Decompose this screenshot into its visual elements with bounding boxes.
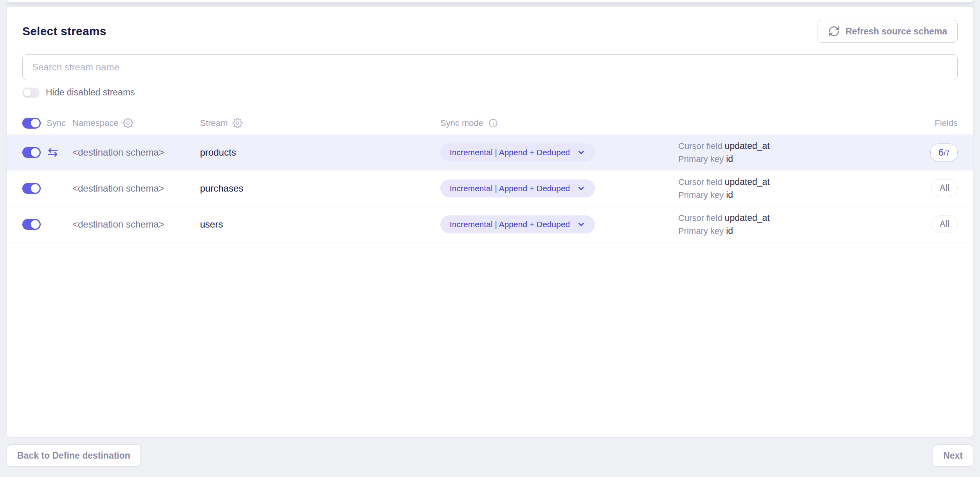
refresh-source-schema-button[interactable]: Refresh source schema	[818, 20, 958, 43]
table-header-row: Sync Namespace Stream	[7, 112, 973, 134]
header-namespace: Namespace	[72, 118, 200, 128]
sync-mode-dropdown[interactable]: Incremental | Append + Deduped	[440, 215, 595, 233]
header-sync-mode: Sync mode	[440, 118, 678, 128]
chevron-down-icon	[577, 220, 585, 229]
table-row[interactable]: <destination schema> users Incremental |…	[7, 206, 973, 242]
row-stream-name: purchases	[200, 183, 440, 194]
cursor-pk-cell: Cursor field updated_at Primary key id	[678, 212, 899, 237]
row-stream-name: users	[200, 219, 440, 230]
fields-all-badge[interactable]: All	[931, 215, 958, 233]
sync-mode-dropdown[interactable]: Incremental | Append + Deduped	[440, 179, 595, 197]
row-stream-name: products	[200, 147, 440, 158]
header-fields: Fields	[899, 118, 958, 128]
page-title: Select streams	[22, 25, 106, 38]
chevron-down-icon	[577, 184, 585, 193]
sync-mode-value: Incremental | Append + Deduped	[450, 184, 570, 193]
refresh-icon	[828, 25, 840, 37]
header-stream: Stream	[200, 118, 440, 128]
cursor-pk-cell: Cursor field updated_at Primary key id	[678, 176, 899, 201]
namespace-settings-gear-icon[interactable]	[123, 118, 133, 128]
sync-all-toggle[interactable]	[22, 118, 41, 129]
card-header: Select streams Refresh source schema	[7, 7, 973, 43]
search-area	[7, 43, 973, 80]
fields-all-badge[interactable]: All	[931, 179, 958, 197]
select-streams-card: Select streams Refresh source schema Hid…	[7, 7, 973, 437]
row-namespace: <destination schema>	[72, 183, 200, 194]
hide-disabled-toggle[interactable]	[22, 88, 40, 98]
sync-mode-info-icon[interactable]	[488, 118, 498, 128]
search-input[interactable]	[22, 54, 958, 80]
table-row[interactable]: <destination schema> purchases Increment…	[7, 170, 973, 206]
sync-mode-dropdown[interactable]: Incremental | Append + Deduped	[440, 143, 595, 161]
stream-sync-toggle[interactable]	[22, 147, 41, 158]
hide-disabled-label: Hide disabled streams	[46, 87, 135, 98]
header-sync: Sync	[47, 118, 72, 128]
hide-disabled-row: Hide disabled streams	[7, 80, 973, 98]
chevron-down-icon	[577, 148, 585, 157]
table-row[interactable]: <destination schema> products Incrementa…	[7, 134, 973, 170]
wizard-footer: Back to Define destination Next	[0, 445, 980, 467]
back-button[interactable]: Back to Define destination	[7, 445, 141, 467]
sync-mode-value: Incremental | Append + Deduped	[450, 220, 570, 229]
row-namespace: <destination schema>	[72, 147, 200, 158]
stream-sync-toggle[interactable]	[22, 183, 41, 194]
streams-table: Sync Namespace Stream	[7, 112, 973, 242]
swap-arrows-icon	[47, 146, 72, 159]
cursor-pk-cell: Cursor field updated_at Primary key id	[678, 140, 899, 165]
refresh-button-label: Refresh source schema	[845, 26, 947, 37]
stream-settings-gear-icon[interactable]	[232, 118, 243, 128]
stream-sync-toggle[interactable]	[22, 219, 41, 230]
next-button[interactable]: Next	[933, 445, 973, 467]
fields-count-badge[interactable]: 6/7	[930, 143, 958, 161]
previous-step-card-edge	[7, 0, 973, 2]
sync-mode-value: Incremental | Append + Deduped	[450, 148, 570, 157]
row-namespace: <destination schema>	[72, 219, 200, 230]
